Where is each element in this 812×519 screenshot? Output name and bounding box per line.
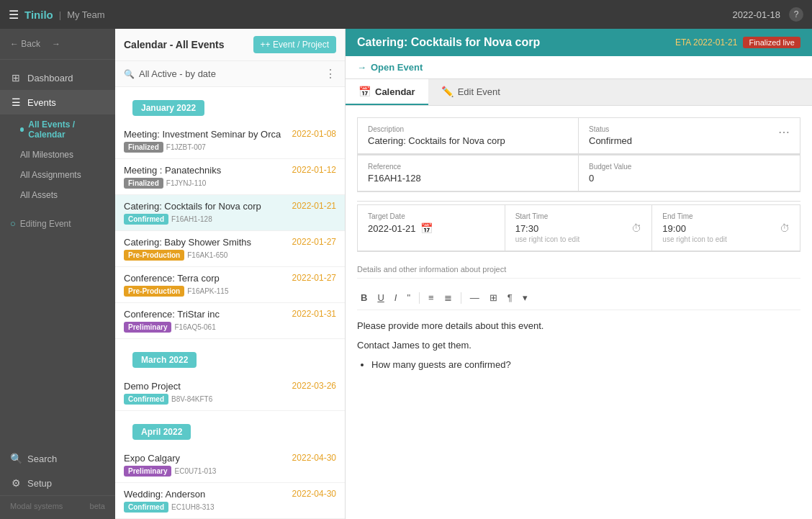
details-section-title: Details and other information about proj…: [357, 261, 800, 279]
sidebar: ← Back → ⊞ Dashboard ☰ Events All Events…: [0, 29, 115, 519]
event-item[interactable]: Conference: TriStar inc Preliminary F16A…: [115, 303, 345, 339]
budget-value: 0: [589, 173, 790, 184]
right-panel: Catering: Cocktails for Nova corp ETA 20…: [346, 29, 812, 519]
event-date: 2022-01-27: [292, 273, 336, 283]
event-item[interactable]: Demo Project Confirmed B8V-84KFT6 2022-0…: [115, 375, 345, 411]
events-icon: ☰: [10, 96, 22, 108]
footer-brand: Modal systems: [10, 502, 63, 510]
event-title: Catering: Baby Shower Smiths: [124, 237, 287, 248]
event-title: Catering: Cocktails for Nova corp: [124, 201, 287, 212]
event-item-selected[interactable]: Catering: Cocktails for Nova corp Confir…: [115, 195, 345, 231]
toolbar-more[interactable]: ▾: [519, 290, 531, 305]
status-badge: Pre-Production: [124, 250, 184, 261]
sidebar-item-setup[interactable]: ⚙ Setup: [0, 471, 115, 495]
event-title: Meeting: Investment Seminar by Orca: [124, 129, 287, 140]
sidebar-sub-assets[interactable]: All Assets: [0, 185, 115, 205]
toolbar-table[interactable]: ⊞: [486, 290, 501, 305]
event-item[interactable]: Expo Calgary Preliminary EC0U71-013 2022…: [115, 447, 345, 483]
month-header-march: March 2022: [132, 352, 197, 368]
filter-label: All Active - by date: [139, 68, 216, 79]
start-time-edit-icon[interactable]: ⏱: [631, 222, 641, 234]
start-time-label: Start Time: [515, 212, 642, 220]
toolbar-ol[interactable]: ≣: [441, 290, 456, 305]
month-header-april: April 2022: [132, 424, 191, 440]
sidebar-sub-milestones[interactable]: All Milestones: [0, 145, 115, 165]
status-badge: Confirmed: [124, 394, 168, 405]
editing-icon: ○: [10, 218, 16, 229]
status-more-button[interactable]: ⋯: [778, 125, 790, 139]
reference-value: F16AH1-128: [368, 173, 568, 184]
filter-more-button[interactable]: ⋮: [325, 67, 336, 81]
editor-list-item: How many guests are confirmed?: [371, 358, 800, 373]
calendar-picker-icon[interactable]: 📅: [420, 222, 433, 234]
sidebar-sub-all-events[interactable]: All Events / Calendar: [0, 114, 115, 145]
hamburger-icon[interactable]: ☰: [9, 8, 19, 22]
start-time-value: 17:30: [515, 223, 539, 234]
status-badge: Finalized: [124, 142, 163, 153]
toolbar-bold[interactable]: B: [357, 290, 371, 305]
event-title: Wedding: Anderson: [124, 489, 287, 500]
toolbar-paragraph[interactable]: ¶: [504, 290, 516, 305]
event-title: Conference: TriStar inc: [124, 309, 287, 320]
sidebar-item-events[interactable]: ☰ Events: [0, 90, 115, 114]
footer-version: beta: [90, 502, 105, 510]
help-button[interactable]: ?: [789, 7, 803, 22]
back-button[interactable]: ← Back: [10, 39, 40, 49]
event-details: Description Catering: Cocktails for Nova…: [346, 106, 812, 519]
status-badge: Preliminary: [124, 466, 171, 477]
toolbar-hr[interactable]: —: [466, 290, 483, 305]
end-time-edit-icon[interactable]: ⏱: [780, 222, 790, 234]
toolbar-italic[interactable]: I: [391, 290, 401, 305]
topbar-separator: |: [59, 9, 61, 20]
sidebar-sub-assignments[interactable]: All Assignments: [0, 165, 115, 185]
event-tabs: 📅 Calendar ✏️ Edit Event: [346, 79, 812, 106]
event-action-bar: → Open Event: [346, 56, 812, 79]
event-item[interactable]: Wedding: Anderson Confirmed EC1UH8-313 2…: [115, 483, 345, 519]
event-date: 2022-01-21: [292, 201, 336, 211]
toolbar-ul[interactable]: ≡: [425, 290, 438, 305]
search-icon: 🔍: [10, 453, 22, 464]
event-title: Expo Calgary: [124, 453, 287, 464]
sidebar-item-setup-label: Setup: [27, 478, 52, 489]
event-item[interactable]: Catering: Baby Shower Smiths Pre-Product…: [115, 231, 345, 267]
forward-button[interactable]: →: [52, 39, 60, 49]
event-ref: B8V-84KFT6: [171, 395, 212, 403]
calendar-panel: Calendar - All Events + + Event / Projec…: [115, 29, 346, 519]
tab-calendar[interactable]: 📅 Calendar: [346, 79, 428, 105]
filter-search-icon: 🔍: [124, 69, 135, 79]
topbar: ☰ Tinilo | My Team 2022-01-18 ?: [0, 0, 812, 29]
event-date: 2022-01-31: [292, 309, 336, 319]
target-date-label: Target Date: [368, 212, 495, 220]
event-ref: F1JZBT-007: [166, 143, 206, 151]
editing-label: Editing Event: [20, 219, 71, 229]
event-top-title: Catering: Cocktails for Nova corp: [357, 36, 540, 49]
sidebar-sub-assignments-label: All Assignments: [20, 170, 81, 180]
toolbar-quote[interactable]: ": [403, 290, 414, 305]
status-badge: Confirmed: [124, 502, 168, 513]
event-item[interactable]: Meeting: Investment Seminar by Orca Fina…: [115, 123, 345, 159]
tab-edit-event[interactable]: ✏️ Edit Event: [428, 79, 513, 105]
event-title: Demo Project: [124, 381, 287, 392]
event-date: 2022-01-08: [292, 129, 336, 139]
toolbar-underline[interactable]: U: [374, 290, 387, 305]
dashboard-icon: ⊞: [10, 72, 22, 84]
event-item[interactable]: Meeting : Panatechniks Finalized F1JYNJ-…: [115, 159, 345, 195]
event-item[interactable]: Conference: Terra corp Pre-Production F1…: [115, 267, 345, 303]
target-date-value: 2022-01-21: [368, 223, 416, 234]
topbar-date: 2022-01-18: [733, 9, 781, 20]
event-date: 2022-03-26: [292, 381, 336, 391]
sidebar-item-dashboard[interactable]: ⊞ Dashboard: [0, 66, 115, 90]
active-indicator: [20, 127, 24, 132]
reference-label: Reference: [368, 163, 568, 171]
calendar-list: January 2022 Meeting: Investment Seminar…: [115, 87, 345, 519]
status-badge: Preliminary: [124, 322, 171, 333]
add-event-button[interactable]: + + Event / Project: [253, 36, 336, 53]
sidebar-item-search[interactable]: 🔍 Search: [0, 446, 115, 471]
open-event-button[interactable]: → Open Event: [357, 62, 423, 73]
logo: Tinilo: [24, 9, 53, 21]
status-badge: Pre-Production: [124, 286, 184, 297]
open-event-label: Open Event: [371, 62, 423, 73]
event-ref: F16AH1-128: [171, 215, 212, 223]
status-value: Confirmed: [589, 135, 632, 146]
event-ref: F16AK1-650: [187, 251, 227, 259]
